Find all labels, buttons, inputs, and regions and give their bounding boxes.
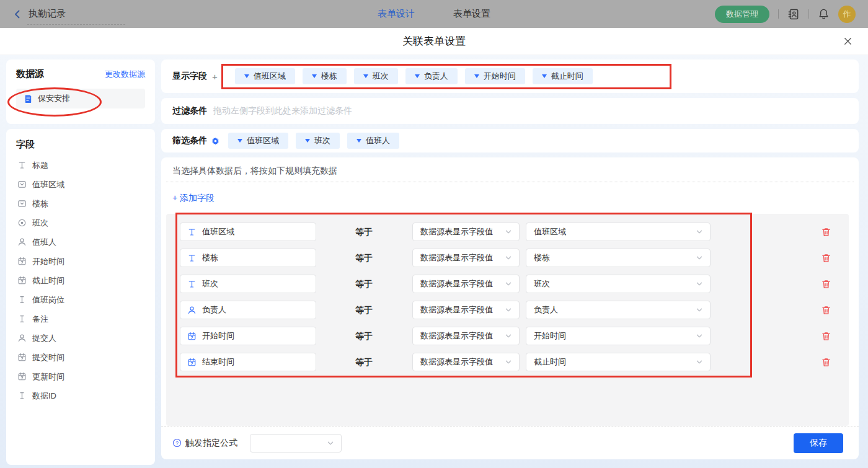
datasource-item-label: 保安安排 bbox=[38, 93, 70, 104]
operator-label: 等于 bbox=[355, 327, 373, 345]
target-field-box[interactable]: 值班区域 bbox=[180, 223, 316, 241]
divider bbox=[778, 9, 779, 19]
screening-tags: 值班区域 班次 值班人 bbox=[228, 133, 399, 149]
radio-icon bbox=[17, 218, 27, 227]
field-item[interactable]: 值班岗位 bbox=[16, 290, 145, 309]
user-avatar[interactable]: 作 bbox=[838, 6, 856, 23]
field-item[interactable]: 提交人 bbox=[16, 329, 145, 348]
source-type-select[interactable]: 数据源表显示字段值 bbox=[412, 353, 520, 371]
dropdown-triangle-icon bbox=[474, 74, 479, 78]
screening-condition-label: 筛选条件 bbox=[172, 135, 207, 146]
date-icon bbox=[187, 358, 197, 367]
display-field-tag[interactable]: 截止时间 bbox=[533, 68, 593, 84]
field-item[interactable]: 标题 bbox=[16, 156, 145, 175]
field-item[interactable]: 开始时间 bbox=[16, 252, 145, 271]
fields-panel: 字段 标题 值班区域 楼栋 班次 值班人 开始时间 截止时间 值班岗位 备注 提… bbox=[6, 129, 155, 465]
target-field-box[interactable]: 班次 bbox=[180, 275, 316, 293]
delete-rule-icon[interactable] bbox=[821, 331, 831, 342]
save-button[interactable]: 保存 bbox=[794, 433, 843, 453]
source-field-select[interactable]: 班次 bbox=[526, 275, 711, 293]
field-item[interactable]: 数据ID bbox=[16, 386, 145, 405]
back-chevron-icon[interactable] bbox=[12, 9, 22, 19]
gear-icon[interactable] bbox=[211, 137, 219, 145]
screening-field-tag[interactable]: 班次 bbox=[296, 133, 340, 149]
contacts-icon[interactable] bbox=[787, 8, 800, 20]
delete-rule-icon[interactable] bbox=[821, 305, 831, 316]
add-display-field-button[interactable]: + bbox=[212, 71, 218, 82]
rule-row: 楼栋 等于 数据源表显示字段值 楼栋 bbox=[166, 249, 849, 267]
delete-rule-icon[interactable] bbox=[821, 357, 831, 368]
source-field-select[interactable]: 楼栋 bbox=[526, 249, 711, 267]
screening-field-tag[interactable]: 值班区域 bbox=[228, 133, 288, 149]
user-icon bbox=[187, 306, 197, 315]
notification-bell-icon[interactable] bbox=[818, 8, 830, 20]
display-field-tag[interactable]: 负责人 bbox=[405, 68, 458, 84]
change-datasource-link[interactable]: 更改数据源 bbox=[105, 69, 145, 80]
tab-form-design[interactable]: 表单设计 bbox=[378, 8, 415, 20]
back-nav[interactable]: 执勤记录 bbox=[12, 8, 66, 20]
date-icon bbox=[17, 276, 27, 285]
operator-label: 等于 bbox=[355, 301, 373, 319]
chevron-down-icon bbox=[695, 332, 704, 340]
field-item[interactable]: 备注 bbox=[16, 309, 145, 329]
chevron-down-icon bbox=[695, 254, 704, 262]
field-item[interactable]: 值班区域 bbox=[16, 175, 145, 194]
filter-drop-placeholder[interactable]: 拖动左侧字段到此处来添加过滤条件 bbox=[213, 105, 352, 117]
add-field-link[interactable]: + 添加字段 bbox=[172, 193, 215, 204]
source-field-select[interactable]: 截止时间 bbox=[526, 353, 711, 371]
modal-body: 数据源 更改数据源 保安安排 字段 标题 值班区域 楼栋 班次 值班人 开始时间… bbox=[0, 55, 868, 468]
dropdown-triangle-icon bbox=[542, 74, 547, 78]
divider bbox=[808, 9, 809, 19]
source-field-select[interactable]: 负责人 bbox=[526, 301, 711, 319]
form-doc-icon bbox=[24, 94, 33, 104]
rule-row: 班次 等于 数据源表显示字段值 班次 bbox=[166, 275, 849, 293]
source-type-select[interactable]: 数据源表显示字段值 bbox=[412, 327, 520, 345]
target-field-box[interactable]: 开始时间 bbox=[180, 327, 316, 345]
target-field-box[interactable]: 负责人 bbox=[180, 301, 316, 319]
target-field-box[interactable]: 楼栋 bbox=[180, 249, 316, 267]
field-item[interactable]: 值班人 bbox=[16, 232, 145, 252]
delete-rule-icon[interactable] bbox=[821, 253, 831, 263]
annotation-rect-display-fields: 值班区域 楼栋 班次 负责人 开始时间 截止时间 bbox=[221, 64, 671, 89]
source-type-select[interactable]: 数据源表显示字段值 bbox=[412, 223, 520, 241]
display-field-tag[interactable]: 开始时间 bbox=[465, 68, 525, 84]
fill-rules-hint: 当选择具体数据后，将按如下规则填充数据 bbox=[172, 166, 337, 177]
field-item[interactable]: 截止时间 bbox=[16, 271, 145, 290]
source-type-select[interactable]: 数据源表显示字段值 bbox=[412, 275, 520, 293]
field-item[interactable]: 班次 bbox=[16, 213, 145, 232]
field-item[interactable]: 楼栋 bbox=[16, 194, 145, 213]
date-icon bbox=[17, 372, 27, 381]
user-icon bbox=[17, 237, 27, 247]
display-fields-panel: 显示字段 + 值班区域 楼栋 班次 负责人 开始时间 截止时间 bbox=[161, 60, 859, 93]
display-field-tag[interactable]: 班次 bbox=[354, 68, 398, 84]
display-fields-label: 显示字段 bbox=[172, 71, 207, 82]
screening-field-tag[interactable]: 值班人 bbox=[347, 133, 399, 149]
chevron-down-icon bbox=[504, 358, 513, 366]
delete-rule-icon[interactable] bbox=[821, 279, 831, 289]
field-item[interactable]: 更新时间 bbox=[16, 367, 145, 386]
question-icon[interactable] bbox=[172, 438, 182, 448]
data-manage-button[interactable]: 数据管理 bbox=[715, 6, 769, 23]
source-type-select[interactable]: 数据源表显示字段值 bbox=[412, 249, 520, 267]
form-name-label[interactable]: 执勤记录 bbox=[29, 8, 66, 20]
display-field-tag[interactable]: 值班区域 bbox=[235, 68, 295, 84]
date-icon bbox=[17, 257, 27, 266]
source-type-select[interactable]: 数据源表显示字段值 bbox=[412, 301, 520, 319]
source-field-select[interactable]: 开始时间 bbox=[526, 327, 711, 345]
select-icon bbox=[17, 180, 27, 189]
display-field-tag[interactable]: 楼栋 bbox=[303, 68, 347, 84]
text-icon bbox=[17, 295, 27, 304]
close-icon[interactable] bbox=[843, 36, 853, 46]
datasource-item[interactable]: 保安安排 bbox=[16, 89, 145, 108]
tab-form-settings[interactable]: 表单设置 bbox=[453, 8, 490, 20]
datasource-title: 数据源 bbox=[16, 68, 44, 80]
field-item[interactable]: 提交时间 bbox=[16, 348, 145, 367]
fields-title: 字段 bbox=[16, 139, 145, 151]
rule-row: 开始时间 等于 数据源表显示字段值 开始时间 bbox=[166, 327, 849, 345]
delete-rule-icon[interactable] bbox=[821, 227, 831, 237]
rule-row: 值班区域 等于 数据源表显示字段值 值班区域 bbox=[166, 223, 849, 241]
formula-select[interactable] bbox=[250, 434, 342, 453]
target-field-box[interactable]: 结束时间 bbox=[180, 353, 316, 371]
source-field-select[interactable]: 值班区域 bbox=[526, 223, 711, 241]
user-icon bbox=[17, 333, 27, 343]
